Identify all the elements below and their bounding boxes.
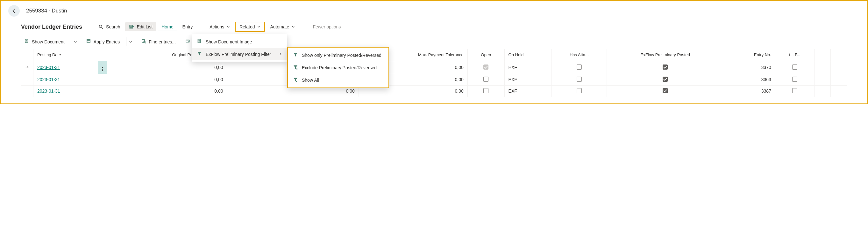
tr-cell[interactable]: [775, 61, 814, 74]
header-open[interactable]: Open: [467, 49, 504, 61]
exflow-posted-cell[interactable]: [607, 61, 724, 74]
posting-date-cell[interactable]: 2023-01-31: [33, 85, 98, 97]
chevron-down-icon: [227, 25, 230, 28]
find-entries-button[interactable]: Find entries...: [138, 37, 179, 47]
has-atta-cell[interactable]: [552, 85, 607, 97]
apply-entries-icon: [86, 38, 91, 45]
svg-point-0: [99, 25, 102, 28]
has-atta-cell[interactable]: [552, 74, 607, 85]
orig-cell: 0,00: [107, 61, 227, 74]
show-document-image-item[interactable]: Show Document Image: [192, 35, 287, 48]
chevron-down-icon: [257, 25, 260, 28]
home-tab[interactable]: Home: [158, 22, 177, 31]
row-menu-button[interactable]: [98, 74, 107, 85]
related-label: Related: [240, 24, 255, 29]
edit-list-button[interactable]: Edit List: [125, 22, 156, 31]
related-dropdown: Show Document Image ExFlow Preliminary P…: [192, 34, 287, 62]
extra-cell: [830, 85, 847, 97]
open-cell[interactable]: [467, 74, 504, 85]
tr-cell[interactable]: [775, 85, 814, 97]
show-document-split[interactable]: [71, 37, 80, 46]
entry-no-cell: 3363: [724, 74, 775, 85]
extra-cell: [814, 61, 831, 74]
funnel-x-icon: [293, 77, 298, 83]
create-payment-icon: [185, 38, 190, 45]
open-checkbox: [483, 64, 489, 70]
apply-entries-button[interactable]: Apply Entries: [83, 37, 123, 47]
show-all-item[interactable]: Show All: [288, 74, 389, 86]
funnel-x-icon: [293, 64, 298, 71]
exflow-checkbox[interactable]: [662, 64, 668, 70]
on-hold-cell: EXF: [504, 61, 552, 74]
svg-rect-5: [87, 40, 90, 43]
edit-list-icon: [129, 24, 134, 29]
exflow-checkbox[interactable]: [662, 77, 668, 82]
posting-date-cell[interactable]: 2023-01-31: [33, 61, 98, 74]
show-only-label: Show only Preliminary Posted/Reversed: [302, 53, 381, 58]
exclude-preliminary-item[interactable]: Exclude Preliminary Posted/Reversed: [288, 61, 389, 74]
automate-menu[interactable]: Automate: [266, 22, 299, 31]
header-entry-no[interactable]: Entry No.: [724, 49, 775, 61]
posting-date-cell[interactable]: 2023-01-31: [33, 74, 98, 85]
apply-entries-label: Apply Entries: [94, 39, 120, 44]
open-checkbox[interactable]: [483, 88, 489, 93]
apply-entries-split[interactable]: [126, 37, 135, 46]
search-label: Search: [106, 24, 120, 29]
svg-rect-1: [130, 25, 132, 26]
tr-cell[interactable]: [775, 74, 814, 85]
header-on-hold[interactable]: On Hold: [504, 49, 552, 61]
header-tr[interactable]: t... F...: [775, 49, 814, 61]
exflow-filter-item[interactable]: ExFlow Preliminary Posting Filter: [192, 48, 287, 60]
row-indicator: [21, 74, 33, 85]
table-row[interactable]: 2023-01-310,000,000,00EXF3387: [21, 85, 847, 97]
has-atta-cell[interactable]: [552, 61, 607, 74]
table-row[interactable]: 2023-01-310,000,000,00EXF3363: [21, 74, 847, 85]
fewer-options-label: Fewer options: [313, 24, 341, 29]
find-entries-icon: [141, 38, 146, 45]
entry-label: Entry: [182, 24, 193, 29]
open-cell[interactable]: [467, 85, 504, 97]
row-menu-button[interactable]: [98, 61, 107, 74]
svg-rect-2: [130, 26, 132, 27]
search-button[interactable]: Search: [95, 22, 124, 31]
show-document-button[interactable]: Show Document: [21, 37, 68, 47]
related-menu[interactable]: Related: [235, 22, 265, 32]
row-indicator: [21, 61, 33, 74]
entry-tab[interactable]: Entry: [179, 22, 197, 31]
show-only-preliminary-item[interactable]: Show only Preliminary Posted/Reversed: [288, 49, 389, 61]
exflow-posted-cell[interactable]: [607, 85, 724, 97]
edit-list-label: Edit List: [136, 24, 153, 29]
open-cell[interactable]: [467, 61, 504, 74]
orig-cell: 0,00: [107, 85, 227, 97]
ledger-entries-table: Posting Date Original Pmt. Disc. Possibl…: [21, 49, 847, 97]
has-atta-checkbox[interactable]: [577, 64, 582, 70]
actions-label: Actions: [210, 24, 224, 29]
page-title: Vendor Ledger Entries: [21, 24, 82, 30]
open-checkbox[interactable]: [483, 77, 489, 82]
exflow-posted-cell[interactable]: [607, 74, 724, 85]
table-row[interactable]: 2023-01-310,000,000,00EXF3370: [21, 61, 847, 74]
fewer-options-button[interactable]: Fewer options: [309, 22, 344, 31]
exflow-checkbox[interactable]: [662, 88, 668, 93]
show-document-label: Show Document: [32, 39, 65, 44]
orig-cell: 0,00: [107, 74, 227, 85]
has-atta-checkbox[interactable]: [577, 77, 582, 82]
back-button[interactable]: [8, 5, 20, 17]
tr-checkbox[interactable]: [792, 77, 797, 82]
arrow-left-icon: [11, 8, 17, 14]
extra-cell: [814, 85, 831, 97]
entry-no-cell: 3370: [724, 61, 775, 74]
exflow-filter-submenu: Show only Preliminary Posted/Reversed Ex…: [287, 47, 389, 88]
header-posting-date[interactable]: Posting Date: [33, 49, 98, 61]
row-menu-button[interactable]: [98, 85, 107, 97]
has-atta-checkbox[interactable]: [577, 88, 582, 93]
chevron-right-icon: [279, 52, 282, 57]
tr-checkbox[interactable]: [792, 64, 797, 70]
actions-menu[interactable]: Actions: [206, 22, 234, 31]
tr-checkbox[interactable]: [792, 88, 797, 93]
header-has-atta[interactable]: Has Atta...: [552, 49, 607, 61]
document-icon: [24, 38, 29, 45]
header-extra1: [814, 49, 831, 61]
chevron-down-icon: [292, 25, 295, 28]
header-exflow-posted[interactable]: ExFlow Preliminary Posted: [607, 49, 724, 61]
